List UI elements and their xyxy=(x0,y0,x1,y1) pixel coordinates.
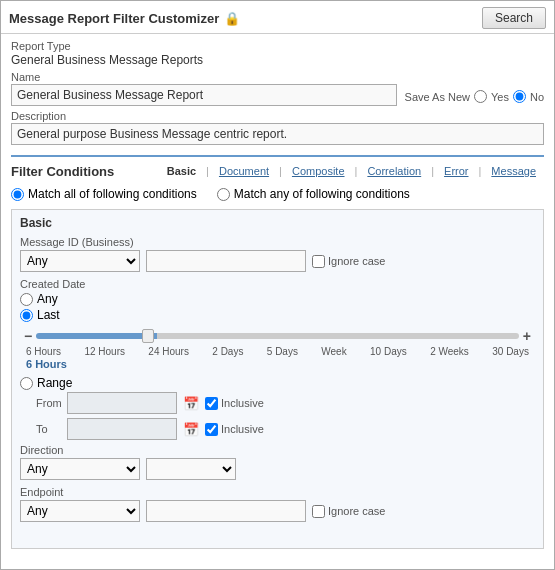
endpoint-label: Endpoint xyxy=(20,486,535,498)
ignore-case-text: Ignore case xyxy=(328,255,385,267)
report-type-value: General Business Message Reports xyxy=(11,53,544,67)
match-all-radio[interactable] xyxy=(11,188,24,201)
from-calendar-icon[interactable]: 📅 xyxy=(183,396,199,411)
page-wrapper: Message Report Filter Customizer 🔒 Searc… xyxy=(0,0,555,570)
tab-error[interactable]: Error xyxy=(436,161,476,181)
created-date-label: Created Date xyxy=(20,278,535,290)
save-as-new-label: Save As New xyxy=(405,91,470,103)
basic-box: Basic Message ID (Business) Any Ignore c… xyxy=(11,209,544,549)
direction-field: Direction Any xyxy=(20,444,535,480)
time-label-24h: 24 Hours xyxy=(148,346,189,357)
match-all-option[interactable]: Match all of following conditions xyxy=(11,187,197,201)
name-input[interactable] xyxy=(11,84,397,106)
divider-3: | xyxy=(355,161,358,181)
to-calendar-icon[interactable]: 📅 xyxy=(183,422,199,437)
endpoint-ignore-case-text: Ignore case xyxy=(328,505,385,517)
tab-message[interactable]: Message xyxy=(483,161,544,181)
time-label-5d: 5 Days xyxy=(267,346,298,357)
divider-2: | xyxy=(279,161,282,181)
search-button[interactable]: Search xyxy=(482,7,546,29)
slider-thumb[interactable] xyxy=(142,329,154,343)
time-label-2w: 2 Weeks xyxy=(430,346,469,357)
filter-conditions-header: Filter Conditions Basic | Document | Com… xyxy=(11,155,544,181)
endpoint-field: Endpoint Any Ignore case xyxy=(20,486,535,522)
time-label-2d: 2 Days xyxy=(212,346,243,357)
match-all-label: Match all of following conditions xyxy=(28,187,197,201)
range-option[interactable]: Range xyxy=(20,376,535,390)
match-any-option[interactable]: Match any of following conditions xyxy=(217,187,410,201)
tab-document[interactable]: Document xyxy=(211,161,277,181)
range-label-text: Range xyxy=(37,376,72,390)
endpoint-row: Any Ignore case xyxy=(20,500,535,522)
filter-tabs: Basic | Document | Composite | Correlati… xyxy=(134,161,544,181)
to-inclusive-text: Inclusive xyxy=(221,423,264,435)
any-date-radio[interactable] xyxy=(20,293,33,306)
time-label-week: Week xyxy=(321,346,346,357)
slider-bar-row: − + xyxy=(24,328,531,344)
save-as-no-radio[interactable] xyxy=(513,90,526,103)
match-any-radio[interactable] xyxy=(217,188,230,201)
match-any-label: Match any of following conditions xyxy=(234,187,410,201)
time-labels: 6 Hours 12 Hours 24 Hours 2 Days 5 Days … xyxy=(24,346,531,357)
time-label-12h: 12 Hours xyxy=(84,346,125,357)
any-date-label: Any xyxy=(37,292,58,306)
slider-minus-button[interactable]: − xyxy=(24,328,32,344)
to-input[interactable] xyxy=(67,418,177,440)
to-label: To xyxy=(36,423,61,435)
to-inclusive-checkbox[interactable] xyxy=(205,423,218,436)
tab-basic[interactable]: Basic xyxy=(159,161,204,181)
main-content: Report Type General Business Message Rep… xyxy=(1,34,554,555)
endpoint-text-input[interactable] xyxy=(146,500,306,522)
tab-correlation[interactable]: Correlation xyxy=(359,161,429,181)
match-row: Match all of following conditions Match … xyxy=(11,187,544,201)
endpoint-ignore-case-checkbox[interactable] xyxy=(312,505,325,518)
to-inclusive-label[interactable]: Inclusive xyxy=(205,423,264,436)
divider-5: | xyxy=(479,161,482,181)
any-date-option[interactable]: Any xyxy=(20,292,535,306)
time-label-30d: 30 Days xyxy=(492,346,529,357)
direction-label: Direction xyxy=(20,444,535,456)
time-label-10d: 10 Days xyxy=(370,346,407,357)
lock-icon: 🔒 xyxy=(224,11,240,26)
header: Message Report Filter Customizer 🔒 Searc… xyxy=(1,1,554,34)
filter-conditions-title: Filter Conditions xyxy=(11,164,114,179)
ignore-case-label[interactable]: Ignore case xyxy=(312,255,385,268)
last-date-option[interactable]: Last xyxy=(20,308,535,322)
from-input[interactable] xyxy=(67,392,177,414)
endpoint-dropdown[interactable]: Any xyxy=(20,500,140,522)
message-id-dropdown[interactable]: Any xyxy=(20,250,140,272)
from-label: From xyxy=(36,397,61,409)
basic-title: Basic xyxy=(20,216,535,230)
slider-track[interactable] xyxy=(36,333,519,339)
ignore-case-checkbox[interactable] xyxy=(312,255,325,268)
report-type-label: Report Type xyxy=(11,40,544,52)
description-label: Description xyxy=(11,110,544,122)
from-inclusive-checkbox[interactable] xyxy=(205,397,218,410)
direction-row: Any xyxy=(20,458,535,480)
message-id-label: Message ID (Business) xyxy=(20,236,535,248)
from-inclusive-label[interactable]: Inclusive xyxy=(205,397,264,410)
direction-dropdown-1[interactable]: Any xyxy=(20,458,140,480)
yes-label: Yes xyxy=(491,91,509,103)
divider-1: | xyxy=(206,161,209,181)
message-id-row: Any Ignore case xyxy=(20,250,535,272)
slider-container: − + 6 Hours 12 Hours 24 Hours 2 Days 5 D… xyxy=(20,328,535,370)
description-input[interactable] xyxy=(11,123,544,145)
last-date-radio[interactable] xyxy=(20,309,33,322)
slider-plus-button[interactable]: + xyxy=(523,328,531,344)
from-row: From 📅 Inclusive xyxy=(36,392,535,414)
from-inclusive-text: Inclusive xyxy=(221,397,264,409)
endpoint-ignore-case[interactable]: Ignore case xyxy=(312,505,385,518)
range-section: Range From 📅 Inclusive To 📅 xyxy=(20,376,535,440)
range-radio[interactable] xyxy=(20,377,33,390)
tab-composite[interactable]: Composite xyxy=(284,161,353,181)
message-id-text-input[interactable] xyxy=(146,250,306,272)
save-as-yes-radio[interactable] xyxy=(474,90,487,103)
last-date-label: Last xyxy=(37,308,60,322)
no-label: No xyxy=(530,91,544,103)
header-title-group: Message Report Filter Customizer 🔒 xyxy=(9,11,240,26)
time-label-6h: 6 Hours xyxy=(26,346,61,357)
page-title: Message Report Filter Customizer xyxy=(9,11,219,26)
selected-time-label: 6 Hours xyxy=(26,358,531,370)
direction-dropdown-2[interactable] xyxy=(146,458,236,480)
